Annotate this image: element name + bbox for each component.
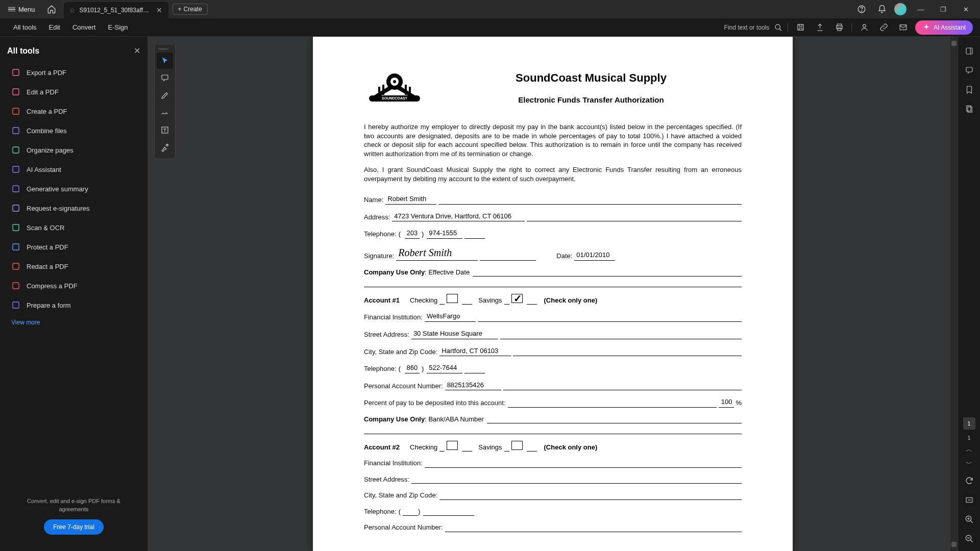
print-button[interactable]: [832, 20, 846, 35]
sidebar-close-button[interactable]: ✕: [134, 46, 140, 56]
rotate-button[interactable]: [961, 472, 977, 489]
bookmark-icon: [965, 85, 974, 94]
svg-rect-14: [13, 166, 19, 172]
help-button[interactable]: [853, 2, 870, 16]
close-tab-icon[interactable]: ✕: [155, 6, 163, 14]
scroll-up-icon[interactable]: [951, 41, 957, 46]
sidebar-item-label: Create a PDF: [27, 108, 67, 115]
ai-assistant-button[interactable]: AI Assistant: [915, 20, 973, 35]
document-tab[interactable]: ☆ S91012_5_51_30f83aff-c... ✕: [64, 2, 168, 18]
sidebar-item-9[interactable]: Protect a PDF: [7, 237, 140, 257]
sidebar-item-11[interactable]: Compress a PDF: [7, 276, 140, 295]
scrollbar[interactable]: [950, 37, 958, 551]
draw-icon: [160, 108, 169, 117]
trial-button[interactable]: Free 7-day trial: [44, 519, 104, 535]
sidebar-item-10[interactable]: Redact a PDF: [7, 257, 140, 276]
tool-icon: [11, 184, 20, 193]
scroll-down-icon[interactable]: [951, 542, 957, 547]
link-icon: [879, 23, 888, 32]
sidebar-item-label: Protect a PDF: [27, 243, 68, 251]
page-up-button[interactable]: ︿: [961, 444, 977, 455]
label-signature: Signature:: [364, 252, 394, 261]
sidebar-item-0[interactable]: Export a PDF: [7, 63, 140, 82]
cursor-icon: [160, 56, 169, 65]
sidebar-item-5[interactable]: AI Assistant: [7, 160, 140, 179]
email-button[interactable]: [896, 20, 910, 35]
maximize-button[interactable]: ❐: [933, 2, 953, 16]
rotate-icon: [965, 476, 974, 485]
value-signature: Robert Smith: [396, 246, 478, 261]
svg-rect-28: [378, 87, 380, 95]
value-address: 4723 Ventura Drive, Hartford, CT 06106: [392, 212, 525, 222]
panel-icon: [965, 46, 974, 56]
sidebar-item-12[interactable]: Prepare a form: [7, 295, 140, 315]
plus-icon: +: [178, 6, 182, 13]
divider-2: [364, 434, 742, 434]
label-company-use-2: Company Use Only: [364, 415, 425, 424]
label-pan: Personal Account Number:: [364, 382, 443, 391]
sidebar-item-1[interactable]: Edit a PDF: [7, 82, 140, 102]
search-icon[interactable]: [774, 23, 782, 32]
highlight-tool[interactable]: [157, 87, 173, 104]
tab-esign[interactable]: E-Sign: [102, 20, 134, 34]
view-more-link[interactable]: View more: [7, 315, 140, 330]
zoom-out-button[interactable]: [961, 531, 977, 547]
label-company-use: Company Use Only: [364, 268, 425, 277]
pdf-page: SOUNDCOAST SoundCoast Musical Supply Ele…: [313, 37, 793, 551]
sidebar-item-8[interactable]: Scan & OCR: [7, 218, 140, 237]
save-button[interactable]: [793, 20, 807, 35]
draw-tool[interactable]: [157, 105, 173, 121]
comment-icon: [160, 73, 169, 83]
sidebar-item-label: Organize pages: [27, 146, 74, 154]
link-button[interactable]: [876, 20, 891, 35]
panel-button-1[interactable]: [961, 43, 977, 59]
close-window-button[interactable]: ✕: [955, 2, 976, 16]
tab-all-tools[interactable]: All tools: [7, 20, 43, 34]
value-a1-pan: 8825135426: [445, 381, 501, 391]
share-button[interactable]: [813, 20, 827, 35]
select-tool[interactable]: [157, 53, 173, 69]
page-down-button[interactable]: ﹀: [961, 458, 977, 469]
sidebar-item-7[interactable]: Request e-signatures: [7, 198, 140, 218]
svg-rect-21: [13, 302, 19, 308]
drag-handle[interactable]: [157, 47, 170, 51]
zoom-in-button[interactable]: [961, 511, 977, 528]
star-icon[interactable]: ☆: [69, 6, 76, 14]
notifications-button[interactable]: [874, 2, 890, 16]
sign-tool[interactable]: [157, 139, 173, 156]
tool-icon: [11, 262, 20, 271]
sidebar-item-4[interactable]: Organize pages: [7, 140, 140, 160]
signature-button[interactable]: [857, 20, 871, 35]
menu-button[interactable]: Menu: [4, 4, 39, 15]
comment-panel-button[interactable]: [961, 62, 977, 79]
value-tel-num: 974-1555: [427, 229, 462, 239]
fit-icon: [965, 495, 974, 505]
create-button[interactable]: + Create: [173, 4, 208, 15]
user-sign-icon: [860, 23, 869, 32]
svg-rect-19: [13, 263, 19, 269]
fountain-pen-icon: [160, 143, 169, 152]
thumbnails-button[interactable]: [961, 101, 977, 117]
find-text[interactable]: Find text or tools: [724, 24, 770, 31]
page-indicator[interactable]: 1: [963, 417, 975, 430]
fit-width-button[interactable]: [961, 492, 977, 508]
ai-label: AI Assistant: [934, 24, 966, 31]
comment-tool[interactable]: [157, 70, 173, 86]
tab-convert[interactable]: Convert: [66, 20, 102, 34]
value-a1-street: 30 State House Square: [411, 329, 498, 339]
blank-line: [438, 204, 742, 205]
value-tel-area: 203: [405, 229, 420, 239]
tool-icon: [11, 242, 20, 252]
company-logo: SOUNDCOAST: [364, 67, 425, 108]
profile-avatar[interactable]: [894, 3, 906, 15]
sidebar-item-3[interactable]: Combine files: [7, 121, 140, 140]
tab-edit[interactable]: Edit: [43, 20, 66, 34]
home-button[interactable]: [43, 2, 60, 16]
bookmark-panel-button[interactable]: [961, 82, 977, 98]
sidebar-item-2[interactable]: Create a PDF: [7, 102, 140, 121]
document-viewport[interactable]: SOUNDCOAST SoundCoast Musical Supply Ele…: [148, 37, 958, 551]
svg-rect-15: [13, 186, 19, 192]
minimize-button[interactable]: —: [911, 2, 931, 16]
text-tool[interactable]: [157, 122, 173, 138]
sidebar-item-6[interactable]: Generative summary: [7, 179, 140, 198]
